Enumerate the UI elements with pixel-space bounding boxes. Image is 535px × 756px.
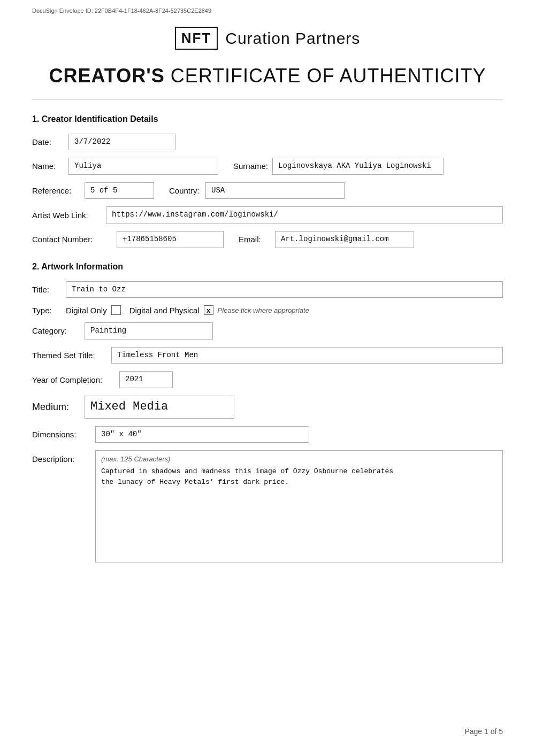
type-digital-physical-label: Digital and Physical [129, 306, 200, 315]
logo-area: NFT Curation Partners [32, 17, 503, 55]
category-input[interactable]: Painting [85, 322, 213, 340]
email-group: Email: Art.loginowski@gmail.com [239, 231, 414, 248]
country-input[interactable]: USA [205, 182, 345, 199]
medium-input[interactable]: Mixed Media [85, 396, 234, 419]
digital-only-checkbox[interactable] [111, 305, 121, 315]
dimensions-input[interactable]: 30″ x 40″ [95, 426, 309, 443]
email-label: Email: [239, 235, 271, 244]
year-row: Year of Completion: 2021 [32, 371, 503, 388]
contact-row: Contact Number: +17865158605 Email: Art.… [32, 231, 503, 248]
section2-title: 2. Artwork Information [32, 262, 503, 272]
main-title: CREATOR'S CERTIFICATE OF AUTHENTICITY [32, 65, 503, 87]
weblink-row: Artist Web Link: https://www.instagram.c… [32, 206, 503, 223]
description-hint: (max. 125 Characters) [101, 455, 497, 463]
type-digital-only-label: Digital Only [66, 306, 107, 315]
email-input[interactable]: Art.loginowski@gmail.com [275, 231, 414, 248]
artwork-title-input[interactable]: Train to Ozz [66, 281, 503, 298]
year-label: Year of Completion: [32, 375, 115, 384]
date-label: Date: [32, 137, 64, 146]
company-name: Curation Partners [225, 29, 360, 48]
country-label: Country: [169, 186, 201, 195]
description-content: Captured in shadows and madness this ima… [101, 466, 497, 487]
type-row: Type: Digital Only Digital and Physical … [32, 305, 503, 315]
docusign-header: DocuSign Envelope ID: 22F0B4F4-1F18-462A… [32, 0, 503, 17]
medium-label: Medium: [32, 402, 80, 413]
medium-row: Medium: Mixed Media [32, 396, 503, 419]
country-group: Country: USA [169, 182, 345, 199]
name-row: Name: Yuliya Surname: Loginovskaya AKA Y… [32, 158, 503, 175]
title-divider [32, 99, 503, 99]
dimensions-label: Dimensions: [32, 430, 91, 439]
artwork-title-label: Title: [32, 285, 62, 294]
themed-label: Themed Set Title: [32, 351, 107, 360]
surname-label: Surname: [233, 161, 268, 171]
name-input[interactable]: Yuliya [68, 158, 218, 175]
weblink-label: Artist Web Link: [32, 211, 102, 220]
reference-label: Reference: [32, 186, 80, 195]
main-title-bold: CREATOR'S [49, 65, 165, 87]
reference-row: Reference: 5 of 5 Country: USA [32, 182, 503, 199]
name-label: Name: [32, 161, 64, 171]
description-row: Description: (max. 125 Characters) Captu… [32, 450, 503, 562]
dimensions-row: Dimensions: 30″ x 40″ [32, 426, 503, 443]
type-hint: Please tick where appropriate [218, 306, 309, 314]
surname-input[interactable]: Loginovskaya AKA Yuliya Loginowski [272, 158, 444, 175]
type-label: Type: [32, 306, 62, 315]
description-box[interactable]: (max. 125 Characters) Captured in shadow… [95, 450, 503, 562]
nft-logo-box: NFT [175, 27, 218, 50]
description-label: Description: [32, 450, 91, 464]
themed-row: Themed Set Title: Timeless Front Men [32, 347, 503, 364]
digital-physical-checkbox[interactable]: x [204, 305, 213, 315]
reference-input[interactable]: 5 of 5 [85, 182, 154, 199]
contact-label: Contact Number: [32, 235, 112, 244]
weblink-input[interactable]: https://www.instagram.com/loginowski/ [106, 206, 503, 223]
page-number: Page 1 of 5 [464, 727, 503, 736]
section1-title: 1. Creator Identification Details [32, 114, 503, 124]
themed-input[interactable]: Timeless Front Men [111, 347, 503, 364]
date-input[interactable]: 3/7/2022 [68, 134, 175, 151]
artwork-title-row: Title: Train to Ozz [32, 281, 503, 298]
date-row: Date: 3/7/2022 [32, 134, 503, 151]
surname-group: Surname: Loginovskaya AKA Yuliya Loginow… [233, 158, 444, 175]
category-row: Category: Painting [32, 322, 503, 340]
year-input[interactable]: 2021 [119, 371, 173, 388]
main-title-rest: CERTIFICATE OF AUTHENTICITY [165, 65, 486, 87]
category-label: Category: [32, 326, 80, 335]
contact-input[interactable]: +17865158605 [117, 231, 224, 248]
